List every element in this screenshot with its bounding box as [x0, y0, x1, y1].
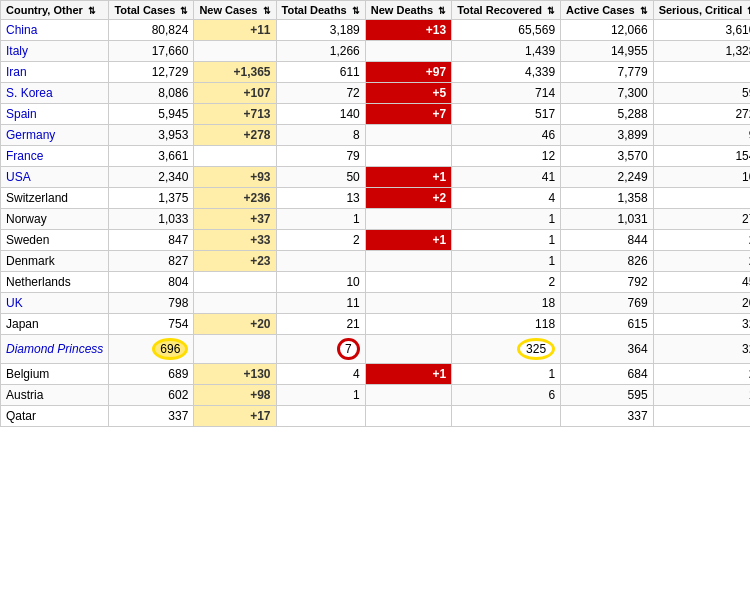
total-recovered-cell: 517 — [452, 104, 561, 125]
sort-icon-country: ⇅ — [88, 6, 96, 16]
total-recovered-cell: 46 — [452, 125, 561, 146]
new-cases-cell — [194, 146, 276, 167]
country-link[interactable]: UK — [6, 296, 23, 310]
country-cell: S. Korea — [1, 83, 109, 104]
new-deaths-cell: +1 — [365, 364, 451, 385]
country-link[interactable]: Iran — [6, 65, 27, 79]
new-deaths-cell — [365, 251, 451, 272]
total-recovered-cell: 714 — [452, 83, 561, 104]
country-cell: Spain — [1, 104, 109, 125]
total-recovered-cell: 1 — [452, 364, 561, 385]
header-total-cases[interactable]: Total Cases ⇅ — [109, 1, 194, 20]
header-new-deaths[interactable]: New Deaths ⇅ — [365, 1, 451, 20]
total-cases-value: 696 — [152, 338, 188, 360]
total-deaths-cell: 50 — [276, 167, 365, 188]
total-recovered-cell: 6 — [452, 385, 561, 406]
header-new-cases[interactable]: New Cases ⇅ — [194, 1, 276, 20]
table-row: Switzerland1,375+23613+241,358158.9 — [1, 188, 751, 209]
serious-cell: 32 — [653, 335, 750, 364]
total-deaths-value: 7 — [337, 338, 360, 360]
new-cases-cell — [194, 41, 276, 62]
total-deaths-cell: 8 — [276, 125, 365, 146]
country-cell: China — [1, 20, 109, 41]
active-cases-cell: 14,955 — [561, 41, 654, 62]
serious-cell: 9 — [653, 125, 750, 146]
new-cases-cell: +98 — [194, 385, 276, 406]
serious-cell: 20 — [653, 293, 750, 314]
country-link[interactable]: Germany — [6, 128, 55, 142]
new-cases-cell — [194, 335, 276, 364]
serious-cell: 3,610 — [653, 20, 750, 41]
total-recovered-value: 325 — [517, 338, 555, 360]
sort-icon-total-recovered: ⇅ — [547, 6, 555, 16]
country-cell: Denmark — [1, 251, 109, 272]
total-cases-cell: 696 — [109, 335, 194, 364]
country-cell: France — [1, 146, 109, 167]
table-row: Spain5,945+713140+75175,288272127.2 — [1, 104, 751, 125]
sort-icon-active-cases: ⇅ — [640, 6, 648, 16]
total-deaths-cell: 140 — [276, 104, 365, 125]
active-cases-cell: 615 — [561, 314, 654, 335]
total-cases-cell: 1,375 — [109, 188, 194, 209]
table-row: Japan754+2021118615326.0 — [1, 314, 751, 335]
active-cases-cell: 792 — [561, 272, 654, 293]
new-cases-cell: +23 — [194, 251, 276, 272]
new-deaths-cell: +1 — [365, 230, 451, 251]
total-cases-cell: 847 — [109, 230, 194, 251]
new-deaths-cell — [365, 146, 451, 167]
new-cases-cell: +17 — [194, 406, 276, 427]
active-cases-cell: 7,300 — [561, 83, 654, 104]
country-link[interactable]: USA — [6, 170, 31, 184]
new-deaths-cell: +7 — [365, 104, 451, 125]
table-row: Netherlands8041027924546.9 — [1, 272, 751, 293]
serious-cell: 45 — [653, 272, 750, 293]
country-cell: Italy — [1, 41, 109, 62]
new-cases-cell: +236 — [194, 188, 276, 209]
country-link[interactable]: Italy — [6, 44, 28, 58]
active-cases-cell: 12,066 — [561, 20, 654, 41]
country-cell: Sweden — [1, 230, 109, 251]
total-deaths-cell — [276, 251, 365, 272]
new-deaths-cell — [365, 406, 451, 427]
total-cases-cell: 754 — [109, 314, 194, 335]
header-total-deaths[interactable]: Total Deaths ⇅ — [276, 1, 365, 20]
serious-cell: 2 — [653, 230, 750, 251]
header-active-cases[interactable]: Active Cases ⇅ — [561, 1, 654, 20]
total-cases-cell: 5,945 — [109, 104, 194, 125]
total-recovered-cell: 1 — [452, 251, 561, 272]
country-link[interactable]: France — [6, 149, 43, 163]
total-cases-cell: 12,729 — [109, 62, 194, 83]
total-deaths-cell — [276, 406, 365, 427]
total-recovered-cell: 1 — [452, 209, 561, 230]
total-cases-cell: 689 — [109, 364, 194, 385]
active-cases-cell: 364 — [561, 335, 654, 364]
total-recovered-cell: 325 — [452, 335, 561, 364]
header-country[interactable]: Country, Other ⇅ — [1, 1, 109, 20]
serious-cell: 10 — [653, 167, 750, 188]
header-total-recovered[interactable]: Total Recovered ⇅ — [452, 1, 561, 20]
sort-icon-new-deaths: ⇅ — [438, 6, 446, 16]
country-cell: Iran — [1, 62, 109, 83]
country-link[interactable]: S. Korea — [6, 86, 53, 100]
table-row: France3,66179123,57015456.1 — [1, 146, 751, 167]
total-cases-cell: 3,661 — [109, 146, 194, 167]
active-cases-cell: 684 — [561, 364, 654, 385]
sort-icon-new-cases: ⇅ — [263, 6, 271, 16]
serious-cell — [653, 406, 750, 427]
active-cases-cell: 769 — [561, 293, 654, 314]
active-cases-cell: 595 — [561, 385, 654, 406]
table-row: Iran12,729+1,365611+974,3397,779151.5 — [1, 62, 751, 83]
table-row: Belgium689+1304+11684259.4 — [1, 364, 751, 385]
total-deaths-cell: 21 — [276, 314, 365, 335]
country-cell: Norway — [1, 209, 109, 230]
table-row: China80,824+113,189+1365,56912,0663,6105… — [1, 20, 751, 41]
total-deaths-cell: 3,189 — [276, 20, 365, 41]
covid-table: Country, Other ⇅ Total Cases ⇅ New Cases… — [0, 0, 750, 427]
header-serious[interactable]: Serious, Critical ⇅ — [653, 1, 750, 20]
country-link[interactable]: Spain — [6, 107, 37, 121]
total-deaths-cell: 13 — [276, 188, 365, 209]
new-deaths-cell — [365, 335, 451, 364]
table-row: S. Korea8,086+10772+57147,30059157.7 — [1, 83, 751, 104]
country-link[interactable]: China — [6, 23, 37, 37]
new-cases-cell: +1,365 — [194, 62, 276, 83]
